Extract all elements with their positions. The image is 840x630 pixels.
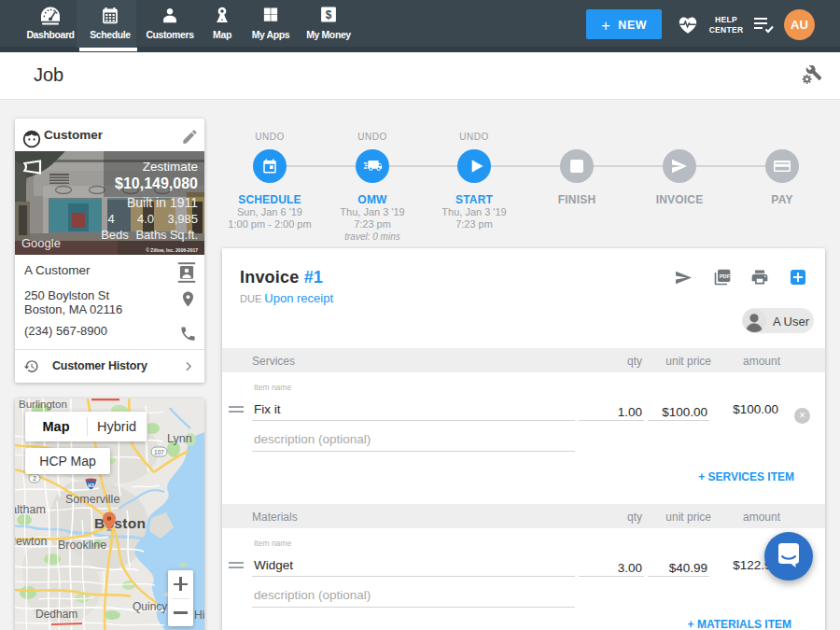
svg-text:Baths: Baths (135, 228, 167, 242)
svg-text:© Zillow, Inc. 2006-2017: © Zillow, Inc. 2006-2017 (146, 247, 198, 253)
svg-text:Zestimate: Zestimate (143, 160, 198, 174)
svg-text:PDF: PDF (720, 273, 731, 279)
svg-text:Quincy: Quincy (133, 600, 167, 613)
svg-text:Lynn: Lynn (167, 432, 192, 445)
svg-text:Hingham: Hingham (194, 609, 204, 622)
svg-text:Dedham: Dedham (35, 608, 77, 621)
svg-text:93: 93 (88, 482, 94, 488)
svg-text:Sq.ft.: Sq.ft. (170, 228, 198, 242)
svg-text:$10,149,080: $10,149,080 (115, 175, 198, 191)
svg-text:4.0: 4.0 (137, 212, 154, 226)
svg-text:3,985: 3,985 (167, 212, 198, 226)
svg-text:4: 4 (107, 212, 114, 226)
svg-text:Somerville: Somerville (65, 493, 119, 506)
svg-text:$: $ (326, 8, 332, 21)
svg-text:Boston: Boston (94, 515, 146, 531)
svg-text:107: 107 (154, 449, 164, 455)
svg-text:Newton: Newton (15, 535, 47, 548)
svg-text:Built in 1911: Built in 1911 (127, 195, 198, 210)
svg-text:Brookline: Brookline (58, 539, 106, 552)
svg-text:Google: Google (21, 236, 61, 250)
svg-text:Beds: Beds (101, 228, 129, 242)
svg-text:2: 2 (33, 475, 36, 482)
svg-text:Waltham: Waltham (15, 503, 46, 516)
svg-text:Burlington: Burlington (19, 399, 67, 410)
